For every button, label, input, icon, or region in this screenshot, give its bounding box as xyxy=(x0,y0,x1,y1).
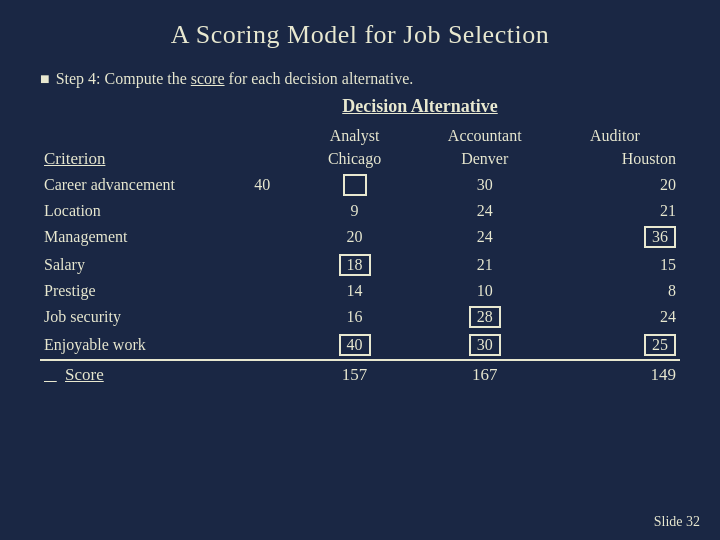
criterion-header: Criterion xyxy=(40,147,235,171)
header-empty-1 xyxy=(40,125,235,147)
table-row: Management 20 24 36 xyxy=(40,223,680,251)
chicago-job-security: 16 xyxy=(289,303,419,331)
boxed-value xyxy=(343,174,367,196)
step-line: ■ Step 4: Compute the score for each dec… xyxy=(40,70,680,88)
houston-career: 20 xyxy=(550,171,680,199)
slide-title: A Scoring Model for Job Selection xyxy=(40,20,680,50)
score-label: Score xyxy=(65,365,104,384)
score-row: Score 157 167 149 xyxy=(40,360,680,389)
denver-enjoyable: 30 xyxy=(420,331,550,360)
chicago-location: 9 xyxy=(289,199,419,223)
weight-management xyxy=(235,223,289,251)
boxed-value: 30 xyxy=(469,334,501,356)
denver-prestige: 10 xyxy=(420,279,550,303)
criterion-prestige: Prestige xyxy=(40,279,235,303)
table-area: Analyst Accountant Auditor Criterion Chi… xyxy=(40,125,680,510)
weight-prestige xyxy=(235,279,289,303)
weight-salary xyxy=(235,251,289,279)
houston-header: Houston xyxy=(550,147,680,171)
denver-management: 24 xyxy=(420,223,550,251)
criterion-enjoyable: Enjoyable work xyxy=(40,331,235,360)
denver-salary: 21 xyxy=(420,251,550,279)
criterion-job-security: Job security xyxy=(40,303,235,331)
slide-container: A Scoring Model for Job Selection ■ Step… xyxy=(0,0,720,540)
weight-header-empty xyxy=(235,147,289,171)
analyst-label: Analyst xyxy=(289,125,419,147)
score-houston: 149 xyxy=(550,360,680,389)
boxed-value: 36 xyxy=(644,226,676,248)
boxed-value: 18 xyxy=(339,254,371,276)
houston-enjoyable: 25 xyxy=(550,331,680,360)
decision-alternative-header: Decision Alternative xyxy=(160,96,680,117)
criterion-management: Management xyxy=(40,223,235,251)
table-row: Job security 16 28 24 xyxy=(40,303,680,331)
houston-management: 36 xyxy=(550,223,680,251)
houston-salary: 15 xyxy=(550,251,680,279)
denver-career: 30 xyxy=(420,171,550,199)
criterion-career: Career advancement xyxy=(40,171,235,199)
table-row: Career advancement 40 30 20 xyxy=(40,171,680,199)
table-row: Salary 18 21 15 xyxy=(40,251,680,279)
score-label-cell: Score xyxy=(40,360,289,389)
houston-location: 21 xyxy=(550,199,680,223)
chicago-career xyxy=(289,171,419,199)
chicago-prestige: 14 xyxy=(289,279,419,303)
denver-location: 24 xyxy=(420,199,550,223)
boxed-value: 28 xyxy=(469,306,501,328)
denver-header: Denver xyxy=(420,147,550,171)
score-denver: 167 xyxy=(420,360,550,389)
slide-number: Slide 32 xyxy=(654,514,700,530)
table-row: Prestige 14 10 8 xyxy=(40,279,680,303)
chicago-management: 20 xyxy=(289,223,419,251)
houston-job-security: 24 xyxy=(550,303,680,331)
bullet-icon: ■ xyxy=(40,70,50,88)
weight-career: 40 xyxy=(235,171,289,199)
score-chicago: 157 xyxy=(289,360,419,389)
step-text: Step 4: Compute the score for each decis… xyxy=(56,70,414,88)
weight-job-security xyxy=(235,303,289,331)
criterion-location: Location xyxy=(40,199,235,223)
denver-job-security: 28 xyxy=(420,303,550,331)
header-row-2: Criterion Chicago Denver Houston xyxy=(40,147,680,171)
chicago-salary: 18 xyxy=(289,251,419,279)
scoring-table: Analyst Accountant Auditor Criterion Chi… xyxy=(40,125,680,389)
boxed-value: 40 xyxy=(339,334,371,356)
header-row-1: Analyst Accountant Auditor xyxy=(40,125,680,147)
weight-location xyxy=(235,199,289,223)
chicago-enjoyable: 40 xyxy=(289,331,419,360)
criterion-salary: Salary xyxy=(40,251,235,279)
header-empty-2 xyxy=(235,125,289,147)
score-prefix xyxy=(44,365,57,384)
boxed-value: 25 xyxy=(644,334,676,356)
auditor-label: Auditor xyxy=(550,125,680,147)
table-row: Enjoyable work 40 30 25 xyxy=(40,331,680,360)
table-row: Location 9 24 21 xyxy=(40,199,680,223)
accountant-label: Accountant xyxy=(420,125,550,147)
houston-prestige: 8 xyxy=(550,279,680,303)
chicago-header: Chicago xyxy=(289,147,419,171)
weight-enjoyable xyxy=(235,331,289,360)
